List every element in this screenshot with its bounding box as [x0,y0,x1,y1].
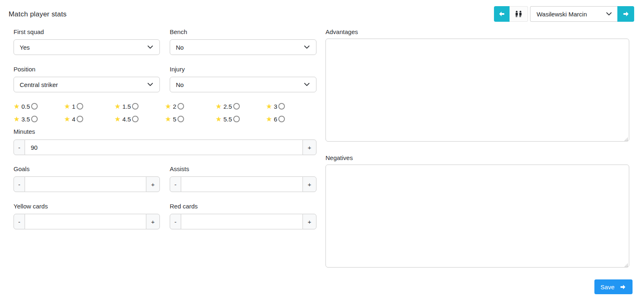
save-button[interactable]: Save [594,279,633,294]
rating-radio[interactable] [132,103,139,110]
player-select[interactable]: Wasilewski Marcin [530,6,617,22]
injury-value: No [176,81,184,88]
bench-value: No [176,44,184,51]
goals-increment-button[interactable]: + [146,176,160,192]
rating-label: 0.5 [21,103,30,110]
notes-column: Advantages Negatives [325,29,629,269]
yellow-cards-increment-button[interactable]: + [146,214,160,229]
position-label: Position [14,66,160,72]
rating-option-0-5[interactable]: ★ 0.5 [14,103,64,110]
rating-radio[interactable] [77,103,83,110]
star-icon: ★ [165,116,171,123]
rating-label: 1.5 [123,103,131,110]
star-icon: ★ [14,116,20,123]
injury-field: Injury No [170,66,316,92]
rating-radio[interactable] [31,116,38,122]
rating-radio[interactable] [132,116,139,122]
goals-input[interactable] [25,176,146,192]
chevron-down-icon [304,83,309,86]
save-button-label: Save [601,284,614,291]
rating-radio[interactable] [31,103,38,110]
rating-option-5-5[interactable]: ★ 5.5 [216,115,266,123]
rating-option-4-5[interactable]: ★ 4.5 [114,115,165,123]
negatives-label: Negatives [325,155,629,161]
rating-option-5[interactable]: ★ 5 [165,115,215,123]
rating-option-1[interactable]: ★ 1 [64,103,114,110]
goals-field: Goals - + [14,166,160,192]
assists-decrement-button[interactable]: - [170,176,181,192]
negatives-textarea[interactable] [325,165,629,268]
rating-option-2[interactable]: ★ 2 [165,103,215,110]
minutes-decrement-button[interactable]: - [14,140,25,155]
position-value: Central striker [20,81,58,88]
players-list-button[interactable] [510,6,528,22]
arrow-right-icon [619,284,626,291]
rating-radio[interactable] [177,116,184,122]
red-cards-input[interactable] [181,214,303,229]
minutes-stepper: - + [14,140,316,155]
star-icon: ★ [64,103,70,110]
yellow-cards-decrement-button[interactable]: - [14,214,25,229]
red-cards-decrement-button[interactable]: - [170,214,181,229]
red-cards-label: Red cards [170,203,316,209]
chevron-down-icon [606,12,612,16]
minutes-label: Minutes [14,128,316,135]
chevron-down-icon [304,46,309,49]
previous-player-button[interactable] [494,6,510,22]
rating-option-4[interactable]: ★ 4 [64,115,114,123]
star-icon: ★ [64,116,70,123]
arrow-right-icon [622,10,630,18]
player-select-value: Wasilewski Marcin [537,11,587,18]
goals-stepper: - + [14,176,160,192]
bench-select[interactable]: No [170,39,316,55]
yellow-cards-input[interactable] [25,214,146,229]
page-title: Match player stats [9,10,67,18]
rating-radio[interactable] [77,116,83,122]
yellow-cards-field: Yellow cards - + [14,203,160,229]
assists-increment-button[interactable]: + [303,176,316,192]
red-cards-field: Red cards - + [170,203,316,229]
rating-label: 3 [274,103,277,110]
injury-label: Injury [170,66,316,72]
rating-label: 6 [274,116,277,123]
star-icon: ★ [216,116,222,123]
rating-radio[interactable] [278,103,285,110]
first-squad-value: Yes [20,44,30,51]
assists-input[interactable] [181,176,303,192]
red-cards-stepper: - + [170,214,316,229]
rating-label: 2.5 [223,103,232,110]
rating-option-3[interactable]: ★ 3 [266,103,316,110]
rating-radio[interactable] [278,116,285,122]
rating-option-2-5[interactable]: ★ 2.5 [216,103,266,110]
rating-radio[interactable] [177,103,184,110]
red-cards-increment-button[interactable]: + [303,214,316,229]
injury-select[interactable]: No [170,77,316,92]
star-icon: ★ [266,116,272,123]
position-select[interactable]: Central striker [14,77,160,92]
rating-label: 4 [72,116,75,123]
chevron-down-icon [148,83,153,86]
next-player-button[interactable] [617,6,634,22]
rating-option-1-5[interactable]: ★ 1.5 [114,103,165,110]
advantages-label: Advantages [325,29,629,35]
rating-label: 4.5 [123,116,131,123]
minutes-increment-button[interactable]: + [303,140,316,155]
rating-radio[interactable] [233,103,240,110]
advantages-textarea[interactable] [325,39,629,142]
rating-label: 5 [173,116,176,123]
chevron-down-icon [148,46,153,49]
people-icon [514,10,523,18]
rating-option-3-5[interactable]: ★ 3.5 [14,115,64,123]
star-icon: ★ [114,116,121,123]
star-icon: ★ [266,103,272,110]
yellow-cards-label: Yellow cards [14,203,160,209]
first-squad-field: First squad Yes [14,29,160,55]
rating-label: 2 [173,103,176,110]
rating-option-6[interactable]: ★ 6 [266,115,316,123]
minutes-input[interactable] [25,140,303,155]
goals-decrement-button[interactable]: - [14,176,25,192]
rating-radio[interactable] [233,116,240,122]
first-squad-select[interactable]: Yes [14,39,160,55]
star-icon: ★ [165,103,171,110]
assists-field: Assists - + [170,166,316,192]
